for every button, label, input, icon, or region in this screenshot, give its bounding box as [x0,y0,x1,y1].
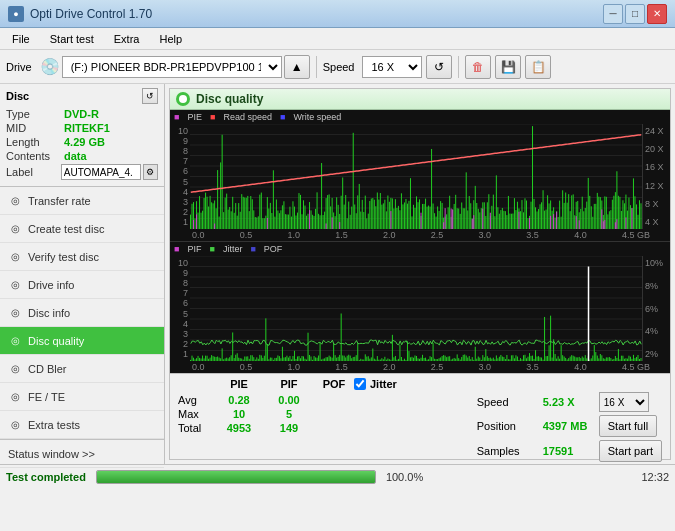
chart1-y-8: 8 [172,146,188,156]
burn-button[interactable]: 💾 [495,55,521,79]
nav-fe-te[interactable]: ◎ FE / TE [0,383,164,411]
status-window-label: Status window >> [8,448,95,460]
speed-dropdown[interactable]: 16 X 8 X [599,392,649,412]
erase-button[interactable]: 🗑 [465,55,491,79]
main-layout: Disc ↺ Type DVD-R MID RITEKF1 Length 4.2… [0,84,675,464]
chart2-x-4: 4.0 [574,362,587,372]
samples-label: Samples [477,445,537,457]
chart1-yr-24x: 24 X [645,126,668,136]
nav-drive-info[interactable]: ◎ Drive info [0,271,164,299]
disc-refresh-button[interactable]: ↺ [142,88,158,104]
nav-disc-quality[interactable]: ◎ Disc quality [0,327,164,355]
nav-disc-quality-label: Disc quality [28,335,84,347]
chart1-x-1: 1.0 [288,230,301,240]
chart1-x-15: 1.5 [335,230,348,240]
menu-help[interactable]: Help [151,31,190,47]
stat-label-max: Max [178,408,214,420]
app-icon: ● [8,6,24,22]
chart2-x-3: 3.0 [479,362,492,372]
menu-start-test[interactable]: Start test [42,31,102,47]
nav-cd-bler[interactable]: ◎ CD Bler [0,355,164,383]
chart1-y-1: 1 [172,217,188,227]
nav-disc-info[interactable]: ◎ Disc info [0,299,164,327]
speed-value: 5.23 X [543,396,593,408]
legend-pif-label: PIF [187,244,201,254]
disc-quality-icon: ◎ [8,334,22,348]
legend-jitter-dot: ■ [209,244,214,254]
jitter-checkbox[interactable] [354,378,366,390]
eject-button[interactable]: ▲ [284,55,310,79]
chart2-canvas [190,256,642,361]
nav-transfer-rate[interactable]: ◎ Transfer rate [0,187,164,215]
legend-pie-label: PIE [187,112,202,122]
chart1-x-2: 2.0 [383,230,396,240]
start-part-button[interactable]: Start part [599,440,662,462]
position-label: Position [477,420,537,432]
nav-extra-tests-label: Extra tests [28,419,80,431]
nav-extra-tests[interactable]: ◎ Extra tests [0,411,164,439]
disc-type-label: Type [6,108,64,120]
menu-file[interactable]: File [4,31,38,47]
jitter-checkbox-container[interactable] [354,378,368,392]
minimize-button[interactable]: ─ [603,4,623,24]
chart1-yr-8x: 8 X [645,199,668,209]
nav-disc-info-label: Disc info [28,307,70,319]
chart2-x-25: 2.5 [431,362,444,372]
chart1-x-0: 0.0 [192,230,205,240]
svg-point-0 [179,95,187,103]
extra-tests-icon: ◎ [8,418,22,432]
drive-select[interactable]: (F:) PIONEER BDR-PR1EPDVPP100 1.01 [62,56,282,78]
chart2-y-5: 5 [172,309,188,319]
chart1-y-7: 7 [172,156,188,166]
nav-verify-test-disc[interactable]: ◎ Verify test disc [0,243,164,271]
chart2-y-9: 9 [172,268,188,278]
speed-label: Speed [323,61,355,73]
disc-label-label: Label [6,166,61,178]
transfer-rate-icon: ◎ [8,194,22,208]
stat-avg-pif: 0.00 [264,394,314,406]
stat-label-total: Total [178,422,214,434]
chart1-y-9: 9 [172,136,188,146]
chart2-x-1: 1.0 [288,362,301,372]
disc-quality-panel: Disc quality ■ PIE ■ Read speed ■ Write … [169,88,671,460]
stat-avg-pie: 0.28 [214,394,264,406]
nav-create-test-disc[interactable]: ◎ Create test disc [0,215,164,243]
progress-bar-fill [97,471,375,483]
disc-panel-title: Disc [6,90,29,102]
chart2-x-2: 2.0 [383,362,396,372]
menu-extra[interactable]: Extra [106,31,148,47]
save-button[interactable]: 📋 [525,55,551,79]
disc-mid-value: RITEKF1 [64,122,110,134]
disc-info-icon: ◎ [8,306,22,320]
progress-bar-container [96,470,376,484]
statusbar-time: 12:32 [633,471,669,483]
legend-jitter-label: Jitter [223,244,243,254]
status-window-btn[interactable]: Status window >> [0,440,164,468]
chart2-y-4: 4 [172,319,188,329]
nav-transfer-rate-label: Transfer rate [28,195,91,207]
legend-readspeed-dot: ■ [210,112,215,122]
chart1-x-4: 4.0 [574,230,587,240]
chart2-yr-2: 2% [645,349,668,359]
samples-value: 17591 [543,445,593,457]
disc-label-input[interactable] [61,164,141,180]
chart1-yr-20x: 20 X [645,144,668,154]
close-button[interactable]: ✕ [647,4,667,24]
chart2-x-15: 1.5 [335,362,348,372]
legend-pof-label: POF [264,244,283,254]
maximize-button[interactable]: □ [625,4,645,24]
refresh-button[interactable]: ↺ [426,55,452,79]
legend-readspeed-label: Read speed [223,112,272,122]
chart1-y-6: 6 [172,166,188,176]
disc-label-edit-btn[interactable]: ⚙ [143,164,158,180]
start-full-button[interactable]: Start full [599,415,657,437]
chart1-x-3: 3.0 [479,230,492,240]
stat-max-pif: 5 [264,408,314,420]
speed-select[interactable]: 16 X 8 X 4 X 2 X [362,56,422,78]
chart2-yr-4: 4% [645,326,668,336]
drive-info-icon: ◎ [8,278,22,292]
verify-test-disc-icon: ◎ [8,250,22,264]
chart2-yr-8: 8% [645,281,668,291]
disc-type-value: DVD-R [64,108,99,120]
chart1-y-5: 5 [172,177,188,187]
